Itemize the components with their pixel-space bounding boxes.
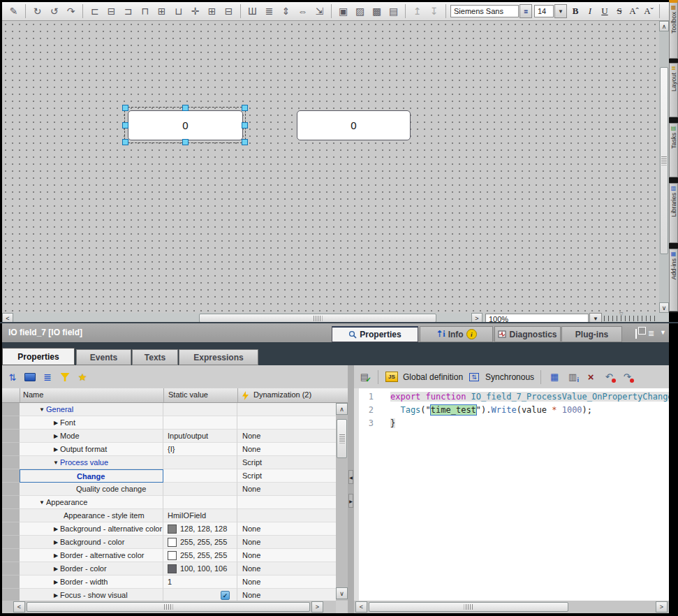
align-bottom-icon[interactable]: ⊔ <box>171 4 186 18</box>
font-name-combo[interactable]: Siemens Sans ≣ <box>450 4 532 18</box>
dynamization-value[interactable]: None <box>237 536 336 549</box>
subtab-properties[interactable]: Properties <box>2 348 75 365</box>
table-vertical-scrollbar[interactable]: ∧ ∨ <box>336 388 348 601</box>
align-left-icon[interactable]: ⊏ <box>87 4 102 18</box>
rotate-90-icon[interactable]: ↷ <box>64 4 78 18</box>
subtab-expressions[interactable]: Expressions <box>179 349 258 365</box>
checkbox-checked[interactable]: ✓ <box>221 591 230 600</box>
io-field[interactable]: 0 <box>297 110 411 140</box>
property-row[interactable]: ▶Mode Input/output None <box>2 430 336 443</box>
scroll-left-icon[interactable]: < <box>13 601 25 613</box>
color-swatch[interactable] <box>168 564 177 573</box>
scrollbar-thumb[interactable] <box>660 67 668 254</box>
property-row[interactable]: ▶Border - width 1 None <box>2 575 336 589</box>
font-size-combo[interactable]: 14 ▼ <box>534 4 567 18</box>
style-brush-icon[interactable]: ✎ <box>6 4 21 18</box>
favorites-star-icon[interactable]: ★ <box>75 370 89 384</box>
zoom-slider-marker[interactable]: ▽ <box>619 311 623 317</box>
tab-diagnostics[interactable]: Diagnostics <box>494 326 561 342</box>
property-row[interactable]: ▶Background - color 255, 255, 255 None <box>2 536 336 549</box>
align-right-icon[interactable]: ⊐ <box>121 4 135 18</box>
dynamization-value[interactable]: None <box>237 549 336 562</box>
tab-order-up-icon[interactable]: ↥ <box>410 4 425 18</box>
selection-handle[interactable] <box>242 139 248 145</box>
collapse-arrow-icon[interactable]: ▼ <box>38 499 46 506</box>
next-error-icon[interactable]: ↷ <box>620 371 634 383</box>
center-vertical-icon[interactable]: ✛ <box>188 4 202 18</box>
static-value[interactable]: 255, 255, 255 <box>180 551 227 559</box>
synchronous-label[interactable]: Synchronous <box>485 372 534 382</box>
static-value[interactable]: 1 <box>163 575 237 589</box>
expand-arrow-icon[interactable]: ▶ <box>52 526 60 532</box>
editor-horizontal-scrollbar[interactable]: < > <box>354 601 669 613</box>
scrollbar-thumb[interactable] <box>369 602 568 612</box>
static-value[interactable]: HmiIOField <box>163 509 237 522</box>
tab-info[interactable]: ⇡i Info i <box>420 326 493 342</box>
scroll-up-icon[interactable]: ∧ <box>659 21 669 31</box>
dynamization-value[interactable]: None <box>237 483 336 496</box>
tab-plugins[interactable]: Plug-ins <box>561 326 622 342</box>
expand-arrow-icon[interactable]: ▶ <box>52 566 60 572</box>
dynamization-value[interactable]: None <box>237 522 336 536</box>
snippets-grid-icon[interactable]: ▦ <box>547 371 561 383</box>
expand-arrow-icon[interactable]: ▶ <box>52 539 60 545</box>
center-both-icon[interactable]: ⊟ <box>221 4 236 18</box>
static-value[interactable]: Input/output <box>163 430 237 443</box>
increase-font-button[interactable]: Aˆ <box>628 4 640 18</box>
delete-icon[interactable]: × <box>584 371 598 383</box>
float-panel-icon[interactable] <box>635 329 637 339</box>
list-view-icon[interactable]: ≣ <box>40 370 54 384</box>
dynamization-value[interactable]: None <box>237 430 336 443</box>
sidebar-tab-addins[interactable]: ▦ Add-ins <box>669 249 678 311</box>
center-horizontal-icon[interactable]: ⊞ <box>205 4 219 18</box>
property-row[interactable]: ▶Font <box>2 416 336 430</box>
property-row[interactable]: ▶Background - alternative color 128, 128… <box>2 522 336 536</box>
expand-arrow-icon[interactable]: ▶ <box>52 552 60 559</box>
dynamization-value[interactable]: Script <box>237 456 336 469</box>
pane-splitter[interactable]: ◀ ▶ <box>348 365 354 613</box>
sort-icon[interactable]: ⇅ <box>6 370 20 384</box>
sidebar-tab-toolbox[interactable]: ▦ Toolbox <box>669 0 678 59</box>
fit-width-icon[interactable]: ⇔ <box>295 4 310 18</box>
color-swatch[interactable] <box>168 538 177 547</box>
sidebar-tab-libraries[interactable]: ▥ Libraries <box>669 183 678 243</box>
rotate-right-icon[interactable]: ↻ <box>30 4 45 18</box>
selection-handle[interactable] <box>122 122 128 129</box>
scrollbar-thumb[interactable] <box>27 602 310 612</box>
expand-arrow-icon[interactable]: ▶ <box>52 579 60 585</box>
canvas-vertical-scrollbar[interactable]: ∧ ∨ <box>659 21 669 313</box>
collapse-panel-icon[interactable]: ▼ <box>660 329 666 336</box>
rotate-left-icon[interactable]: ↺ <box>47 4 61 18</box>
dynamization-value[interactable]: None <box>237 443 336 456</box>
selection-handle[interactable] <box>122 139 128 145</box>
table-horizontal-scrollbar[interactable]: < > <box>2 601 336 613</box>
property-row[interactable]: ▼General <box>2 403 336 416</box>
property-row[interactable]: Quality code change None <box>2 483 336 496</box>
static-value[interactable]: 128, 128, 128 <box>180 525 227 533</box>
scroll-right-icon[interactable]: > <box>656 601 668 613</box>
selection-handle[interactable] <box>182 139 189 145</box>
scroll-left-icon[interactable]: < <box>355 601 367 613</box>
align-middle-icon[interactable]: ⊞ <box>154 4 169 18</box>
bring-forward-icon[interactable]: ▨ <box>353 4 367 18</box>
equal-height-icon[interactable]: ≣ <box>262 4 277 18</box>
color-swatch[interactable] <box>168 551 177 560</box>
scroll-right-icon[interactable]: > <box>311 601 323 613</box>
expand-arrow-icon[interactable]: ▶ <box>52 592 60 599</box>
global-definition-icon[interactable]: JS <box>385 371 399 383</box>
filter-icon[interactable] <box>58 370 72 384</box>
expand-arrow-icon[interactable]: ▶ <box>52 433 60 439</box>
underline-button[interactable]: U <box>598 4 611 18</box>
scroll-down-icon[interactable]: ∨ <box>659 302 669 313</box>
static-value[interactable]: 255, 255, 255 <box>180 538 227 546</box>
code-line[interactable]: 1 export function IO_field_7_ProcessValu… <box>354 390 669 403</box>
italic-button[interactable]: I <box>584 4 596 18</box>
decrease-font-button[interactable]: Aˇ <box>642 4 655 18</box>
column-name[interactable]: Name <box>23 390 43 399</box>
static-value[interactable]: 100, 100, 106 <box>180 564 227 573</box>
sidebar-tab-layout[interactable]: ≣ Layout <box>669 63 678 117</box>
synchronous-icon[interactable]: ⇅ <box>467 371 481 383</box>
collapse-arrow-icon[interactable]: ▼ <box>38 406 46 413</box>
fit-size-icon[interactable]: ⇲ <box>312 4 327 18</box>
expand-arrow-icon[interactable]: ▶ <box>52 446 60 453</box>
